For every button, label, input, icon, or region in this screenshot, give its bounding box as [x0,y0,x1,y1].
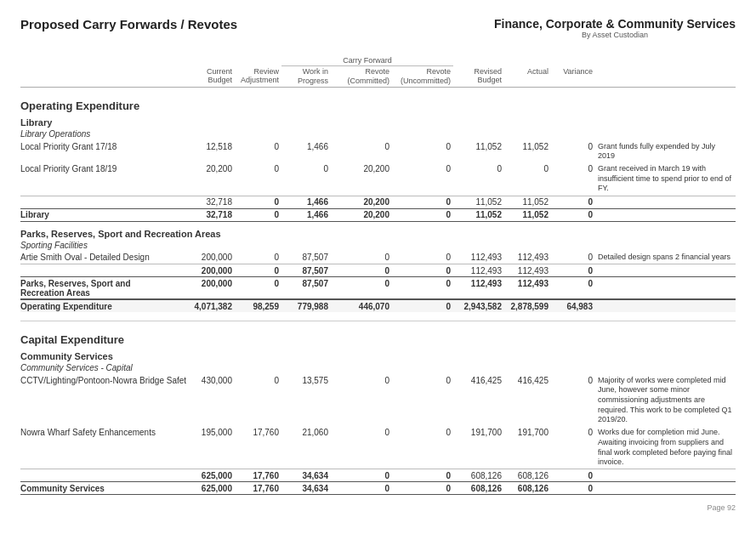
subtotal-review-adj: 0 [235,264,281,277]
page-number: Page 92 [20,503,736,512]
capital-expenditure-title: Capital Expenditure [20,333,736,346]
parks-total-revote-uncommitted: 0 [392,277,453,300]
community-services-capital-italic: Community Services - Capital [20,363,736,372]
subtotal-notes [595,196,736,208]
parks-group-title: Parks, Reserves, Sport and Recreation Ar… [20,229,736,239]
sporting-facilities-italic: Sporting Facilities [20,241,736,250]
variance: 0 [551,140,595,162]
variance: 0 [551,427,595,469]
col-header-actual: Actual [504,65,551,88]
cs-total-current-budget: 625,000 [190,482,235,495]
revised-budget: 11,052 [453,140,504,162]
actual: 416,425 [504,374,551,426]
section-divider [20,321,736,321]
work-in-progress: 0 [281,162,331,196]
notes: Works due for completion mid June. Await… [595,427,736,469]
variance: 0 [551,374,595,426]
current-budget: 195,000 [190,427,235,469]
row-label: Nowra Wharf Safety Enhancements [20,427,190,469]
subtotal-label [20,196,190,208]
review-adj: 0 [235,252,281,264]
subtotal-current-budget: 32,718 [190,196,235,208]
revised-budget: 191,700 [453,427,504,469]
cs-total-revote-committed: 0 [331,482,392,495]
subtotal-current-budget: 200,000 [190,264,235,277]
revote-uncommitted: 0 [392,252,453,264]
cs-total-actual: 608,126 [504,482,551,495]
revised-budget: 416,425 [453,374,504,426]
subtotal-work-in-progress: 1,466 [281,196,331,208]
cs-total-revote-uncommitted: 0 [392,482,453,495]
subtotal-revote-uncommitted: 0 [392,196,453,208]
subtotal-row: 32,718 0 1,466 20,200 0 11,052 11,052 0 [20,196,736,208]
operating-total-actual: 2,878,599 [504,299,551,312]
revote-committed: 0 [331,374,392,426]
right-subtitle: By Asset Custodian [494,31,736,39]
cs-total-notes [595,482,736,495]
revote-uncommitted: 0 [392,374,453,426]
subtotal-label [20,469,190,482]
revote-uncommitted: 0 [392,140,453,162]
parks-total-revised-budget: 112,493 [453,277,504,300]
parks-total-current-budget: 200,000 [190,277,235,300]
revote-uncommitted: 0 [392,427,453,469]
subtotal-variance: 0 [551,469,595,482]
current-budget: 12,518 [190,140,235,162]
actual: 11,052 [504,140,551,162]
community-services-table: CCTV/Lighting/Pontoon-Nowra Bridge Safet… [20,374,736,495]
current-budget: 20,200 [190,162,235,196]
subtotal-actual: 112,493 [504,264,551,277]
cs-total-variance: 0 [551,482,595,495]
col-header-current-budget: CurrentBudget [190,65,235,88]
current-budget: 430,000 [190,374,235,426]
notes: Majority of works were completed mid Jun… [595,374,736,426]
column-headers-table: Carry Forward CurrentBudget ReviewAdjust… [20,54,736,88]
col-header-review-adj: ReviewAdjustment [235,65,281,88]
library-total-revote-committed: 20,200 [331,208,392,221]
library-table: Local Priority Grant 17/18 12,518 0 1,46… [20,140,736,221]
subtotal-label [20,264,190,277]
operating-total-review-adj: 98,259 [235,299,281,312]
actual: 191,700 [504,427,551,469]
col-header-revised-budget: RevisedBudget [453,65,504,88]
library-total-work-in-progress: 1,466 [281,208,331,221]
review-adj: 0 [235,162,281,196]
col-header-revote-uncommitted: Revote(Uncommitted) [392,65,453,88]
actual: 112,493 [504,252,551,264]
operating-total-current-budget: 4,071,382 [190,299,235,312]
revised-budget: 0 [453,162,504,196]
subtotal-variance: 0 [551,196,595,208]
parks-total-actual: 112,493 [504,277,551,300]
cs-total-work-in-progress: 34,634 [281,482,331,495]
library-total-label: Library [20,208,190,221]
subtotal-notes [595,264,736,277]
parks-total-row: Parks, Reserves, Sport andRecreation Are… [20,277,736,300]
library-total-variance: 0 [551,208,595,221]
row-label: Local Priority Grant 17/18 [20,140,190,162]
subtotal-revised-budget: 112,493 [453,264,504,277]
subtotal-work-in-progress: 87,507 [281,264,331,277]
library-total-revote-uncommitted: 0 [392,208,453,221]
page-container: Proposed Carry Forwards / Revotes Financ… [20,17,736,512]
revised-budget: 112,493 [453,252,504,264]
community-services-group-title: Community Services [20,351,736,361]
current-budget: 200,000 [190,252,235,264]
notes: Detailed design spans 2 financial years [595,252,736,264]
row-label: Artie Smith Oval - Detailed Design [20,252,190,264]
subtotal-revised-budget: 608,126 [453,469,504,482]
subtotal-row: 200,000 0 87,507 0 0 112,493 112,493 0 [20,264,736,277]
library-operations-italic: Library Operations [20,129,736,139]
subtotal-review-adj: 0 [235,196,281,208]
parks-total-review-adj: 0 [235,277,281,300]
revote-committed: 20,200 [331,162,392,196]
table-row: CCTV/Lighting/Pontoon-Nowra Bridge Safet… [20,374,736,426]
table-row: Artie Smith Oval - Detailed Design 200,0… [20,252,736,264]
page-title: Proposed Carry Forwards / Revotes [20,17,237,31]
work-in-progress: 13,575 [281,374,331,426]
col-header-variance: Variance [551,65,595,88]
subtotal-notes [595,469,736,482]
col-header-row: CurrentBudget ReviewAdjustment Work inPr… [20,65,736,88]
operating-total-revote-uncommitted: 0 [392,299,453,312]
revote-committed: 0 [331,140,392,162]
work-in-progress: 1,466 [281,140,331,162]
